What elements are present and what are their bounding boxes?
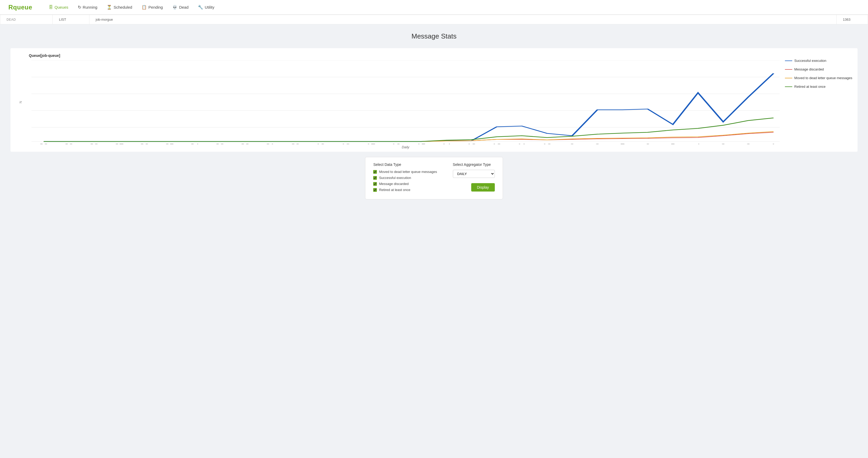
svg-text:16: 16 bbox=[392, 143, 401, 144]
running-icon: ↻ bbox=[78, 5, 81, 10]
legend-label-discarded: Message discarded bbox=[794, 67, 824, 71]
legend-item-successful: Successful execution bbox=[785, 59, 852, 63]
nav-label-running: Running bbox=[83, 5, 97, 9]
svg-text:12: 12 bbox=[492, 143, 501, 144]
pending-icon: 📋 bbox=[142, 5, 147, 10]
app-logo: Rqueue bbox=[8, 4, 35, 11]
scheduled-icon: ⏳ bbox=[107, 5, 112, 10]
data-type-label: Select Data Type bbox=[373, 162, 437, 167]
header: Rqueue 🗄 Queues ↻ Running ⏳ Scheduled 📋 … bbox=[0, 0, 868, 15]
svg-text:18: 18 bbox=[341, 143, 350, 144]
legend-line-successful bbox=[785, 61, 792, 61]
nav-label-utility: Utility bbox=[205, 5, 214, 9]
data-table: DEAD LIST job-morgue 1363 bbox=[0, 15, 868, 24]
svg-text:26: 26 bbox=[140, 143, 149, 144]
checkbox-retired: Retired at least once bbox=[373, 188, 437, 192]
nav-label-dead: Dead bbox=[179, 5, 188, 9]
legend-item-dead-letter: Moved to dead letter queue messages bbox=[785, 76, 852, 80]
svg-text:9: 9 bbox=[570, 143, 575, 144]
svg-text:27: 27 bbox=[115, 143, 124, 144]
nav-label-scheduled: Scheduled bbox=[114, 5, 132, 9]
cell-name: job-morgue bbox=[89, 15, 837, 24]
display-button[interactable]: Display bbox=[471, 183, 495, 192]
svg-text:22: 22 bbox=[241, 143, 250, 144]
nav-item-running[interactable]: ↻ Running bbox=[74, 3, 101, 12]
svg-text:6: 6 bbox=[646, 143, 650, 144]
main-nav: 🗄 Queues ↻ Running ⏳ Scheduled 📋 Pending… bbox=[45, 3, 218, 12]
svg-text:8: 8 bbox=[595, 143, 600, 144]
checkbox-dead-letter-input[interactable] bbox=[373, 170, 377, 174]
nav-item-pending[interactable]: 📋 Pending bbox=[138, 3, 166, 12]
legend-label-retired: Retired at least once bbox=[794, 85, 826, 89]
svg-text:17: 17 bbox=[366, 143, 376, 144]
svg-text:30: 30 bbox=[39, 143, 48, 144]
svg-text:20: 20 bbox=[291, 143, 300, 144]
checkbox-successful-label[interactable]: Successful execution bbox=[379, 176, 411, 180]
main-content: Message Stats Queue[job-queue] N 0 2,000 bbox=[0, 24, 868, 210]
dead-icon: 💀 bbox=[172, 5, 178, 10]
aggregator-label: Select Aggregator Type bbox=[453, 162, 495, 167]
nav-label-pending: Pending bbox=[148, 5, 163, 9]
chart-title: Queue[job-queue] bbox=[29, 54, 780, 58]
svg-text:10: 10 bbox=[542, 143, 552, 144]
y-axis-label: N bbox=[19, 101, 23, 103]
svg-text:23: 23 bbox=[215, 143, 225, 144]
chart-area: Queue[job-queue] N 0 2,000 4,000 6,000 bbox=[16, 54, 780, 149]
checkbox-successful-input[interactable] bbox=[373, 176, 377, 180]
chart-container: Queue[job-queue] N 0 2,000 4,000 6,000 bbox=[10, 48, 858, 152]
svg-text:21: 21 bbox=[266, 143, 275, 144]
legend-line-retired bbox=[785, 87, 792, 87]
checkbox-dead-letter-label[interactable]: Moved to dead letter queue messages bbox=[379, 170, 437, 174]
svg-text:13: 13 bbox=[467, 143, 476, 144]
nav-item-queues[interactable]: 🗄 Queues bbox=[45, 3, 72, 12]
nav-item-utility[interactable]: 🔧 Utility bbox=[194, 3, 218, 12]
checkbox-dead-letter: Moved to dead letter queue messages bbox=[373, 170, 437, 174]
controls-box: Select Data Type Moved to dead letter qu… bbox=[365, 157, 503, 199]
svg-text:28: 28 bbox=[89, 143, 98, 144]
checkbox-successful: Successful execution bbox=[373, 176, 437, 180]
svg-text:14: 14 bbox=[442, 143, 451, 144]
aggregator-group: Select Aggregator Type DAILY WEEKLY MONT… bbox=[453, 162, 495, 194]
cell-count: 1363 bbox=[837, 15, 868, 24]
cell-data-type: LIST bbox=[53, 15, 89, 24]
legend-line-dead-letter bbox=[785, 78, 792, 78]
nav-item-dead[interactable]: 💀 Dead bbox=[168, 3, 192, 12]
data-type-group: Select Data Type Moved to dead letter qu… bbox=[373, 162, 437, 194]
svg-text:25: 25 bbox=[165, 143, 174, 144]
svg-text:1: 1 bbox=[771, 143, 776, 144]
svg-text:29: 29 bbox=[64, 143, 73, 144]
legend-item-retired: Retired at least once bbox=[785, 85, 852, 89]
svg-text:15: 15 bbox=[417, 143, 426, 144]
chart-svg: 0 2,000 4,000 6,000 8,000 10,000 30 29 2… bbox=[31, 60, 780, 144]
svg-text:11: 11 bbox=[517, 143, 527, 144]
table-section: DEAD LIST job-morgue 1363 bbox=[0, 15, 868, 24]
legend-line-discarded bbox=[785, 69, 792, 70]
svg-text:2: 2 bbox=[746, 143, 751, 144]
utility-icon: 🔧 bbox=[198, 5, 203, 10]
queues-icon: 🗄 bbox=[49, 5, 53, 10]
page-title: Message Stats bbox=[10, 32, 858, 40]
checkbox-discarded-label[interactable]: Message discarded bbox=[379, 182, 409, 186]
svg-text:19: 19 bbox=[316, 143, 325, 144]
controls-section: Select Data Type Moved to dead letter qu… bbox=[10, 157, 858, 199]
legend-label-successful: Successful execution bbox=[794, 59, 826, 63]
checkbox-retired-input[interactable] bbox=[373, 188, 377, 192]
table-row: DEAD LIST job-morgue 1363 bbox=[0, 15, 868, 24]
aggregator-select[interactable]: DAILY WEEKLY MONTHLY bbox=[453, 170, 495, 178]
chart-wrap: N 0 2,000 4,000 6,000 8,000 10,000 bbox=[31, 60, 780, 144]
nav-label-queues: Queues bbox=[55, 5, 68, 9]
svg-text:7: 7 bbox=[620, 143, 625, 144]
cell-type: DEAD bbox=[0, 15, 53, 24]
legend-label-dead-letter: Moved to dead letter queue messages bbox=[794, 76, 852, 80]
checkbox-discarded: Message discarded bbox=[373, 182, 437, 186]
svg-text:24: 24 bbox=[190, 143, 199, 144]
svg-text:5: 5 bbox=[671, 143, 675, 144]
svg-text:3: 3 bbox=[721, 143, 725, 144]
x-axis-label: Daily bbox=[31, 145, 780, 149]
checkbox-discarded-input[interactable] bbox=[373, 182, 377, 186]
checkbox-retired-label[interactable]: Retired at least once bbox=[379, 188, 410, 192]
nav-item-scheduled[interactable]: ⏳ Scheduled bbox=[103, 3, 136, 12]
svg-text:4: 4 bbox=[696, 143, 700, 144]
chart-legend: Successful execution Message discarded M… bbox=[780, 54, 852, 149]
legend-item-discarded: Message discarded bbox=[785, 67, 852, 71]
